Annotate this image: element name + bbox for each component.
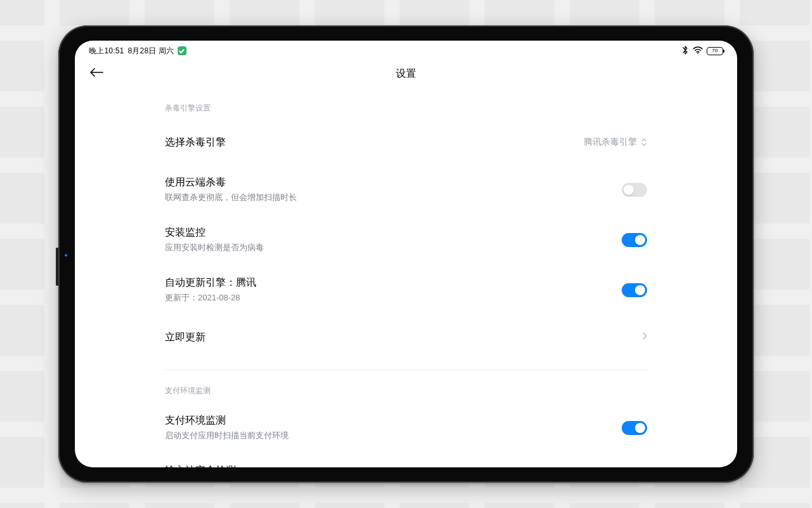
- bluetooth-icon: [681, 46, 689, 57]
- row-choose-engine[interactable]: 选择杀毒引擎 腾讯杀毒引擎: [165, 121, 647, 163]
- tablet-frame: 晚上10:51 8月28日 周六 70 设置: [58, 25, 754, 483]
- status-date: 8月28日 周六: [128, 46, 174, 57]
- row-cloud-scan: 使用云端杀毒 联网查杀更彻底，但会增加扫描时长: [165, 166, 647, 213]
- row-pay-env: 支付环境监测 启动支付应用时扫描当前支付环境: [165, 404, 647, 451]
- status-time: 晚上10:51: [89, 46, 124, 57]
- row-title: 使用云端杀毒: [165, 176, 622, 189]
- settings-content[interactable]: 杀毒引擎设置 选择杀毒引擎 腾讯杀毒引擎 使用云端杀毒 联网查杀更彻底，但会增加…: [75, 88, 737, 467]
- section-header-pay: 支付环境监测: [165, 385, 647, 396]
- tablet-side-button: [56, 248, 58, 286]
- section-divider: [165, 370, 647, 370]
- row-title: 安装监控: [165, 226, 622, 239]
- tablet-led: [65, 254, 67, 257]
- status-bar: 晚上10:51 8月28日 周六 70: [75, 41, 737, 60]
- up-down-arrows-icon: [641, 138, 647, 147]
- back-button[interactable]: [88, 65, 105, 83]
- row-title: 立即更新: [165, 331, 642, 344]
- row-value: 腾讯杀毒引擎: [584, 137, 637, 148]
- row-subtitle: 启动支付应用时扫描当前支付环境: [165, 430, 622, 441]
- section-header-engine: 杀毒引擎设置: [165, 103, 647, 114]
- row-title: 输入法安全检测: [165, 464, 622, 467]
- row-install-monitor: 安装监控 应用安装时检测是否为病毒: [165, 216, 647, 264]
- toggle-auto-update[interactable]: [622, 283, 647, 297]
- row-subtitle: 应用安装时检测是否为病毒: [165, 242, 622, 253]
- toggle-install-monitor[interactable]: [622, 233, 647, 247]
- battery-icon: 70: [707, 47, 723, 55]
- status-app-badge-icon: [178, 46, 187, 55]
- row-subtitle: 联网查杀更彻底，但会增加扫描时长: [165, 192, 622, 203]
- row-auto-update: 自动更新引擎：腾讯 更新于：2021-08-28: [165, 266, 647, 314]
- page-title: 设置: [396, 67, 416, 81]
- row-ime-check: 输入法安全检测 支付时检测当前输入法是否安全: [165, 454, 647, 467]
- back-arrow-icon: [89, 67, 103, 80]
- svg-point-0: [697, 52, 698, 53]
- row-title: 支付环境监测: [165, 414, 622, 427]
- toggle-cloud-scan[interactable]: [622, 183, 647, 197]
- row-update-now[interactable]: 立即更新: [165, 316, 647, 358]
- wifi-icon: [693, 46, 703, 56]
- row-title: 自动更新引擎：腾讯: [165, 276, 622, 290]
- row-title: 选择杀毒引擎: [165, 136, 584, 149]
- nav-bar: 设置: [75, 60, 737, 88]
- toggle-pay-env[interactable]: [622, 421, 647, 435]
- row-subtitle: 更新于：2021-08-28: [165, 292, 622, 304]
- chevron-right-icon: [642, 331, 647, 343]
